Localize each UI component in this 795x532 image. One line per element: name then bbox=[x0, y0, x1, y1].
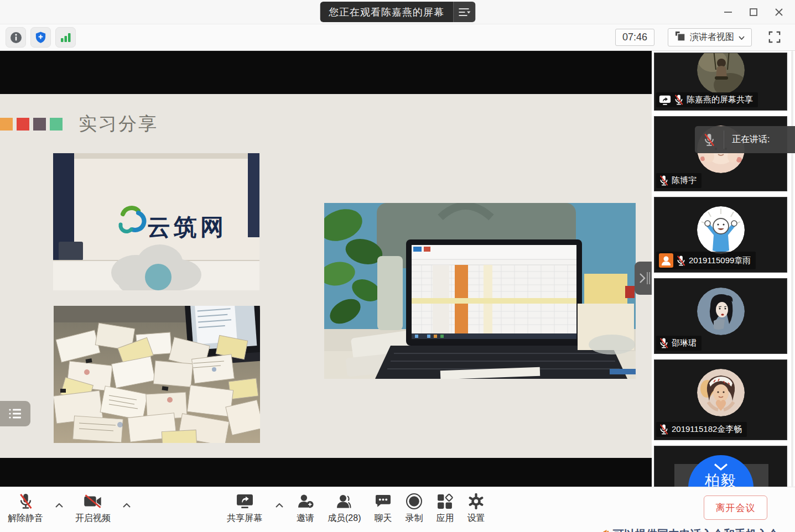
meeting-window: 您正在观看陈嘉燕的屏幕 07:46 演讲者视图 bbox=[0, 0, 795, 532]
toolbar-button-label: 成员(28) bbox=[328, 513, 361, 524]
toolbar-button-label: 解除静音 bbox=[8, 513, 43, 524]
toolbar-button-settings[interactable]: 设置 bbox=[467, 492, 485, 524]
info-icon[interactable] bbox=[6, 27, 26, 48]
record-icon bbox=[406, 492, 423, 510]
mic-off-icon bbox=[18, 492, 33, 510]
chevron-down-icon[interactable] bbox=[654, 463, 787, 471]
minimize-button[interactable] bbox=[715, 0, 741, 24]
clipped-notification: 可以提供国内电话入会和手机入会 bbox=[602, 527, 779, 532]
members-icon bbox=[336, 492, 352, 510]
watching-banner-text: 您正在观看陈嘉燕的屏幕 bbox=[320, 2, 453, 22]
participant-name: 2019115182金李畅 bbox=[672, 424, 742, 435]
speaking-label: 正在讲话: bbox=[724, 131, 770, 149]
participant-label: 陈博宇 bbox=[656, 173, 702, 188]
participant-name: 邵琳珺 bbox=[672, 338, 697, 348]
accent-square bbox=[50, 118, 63, 131]
toolbar-button-label: 设置 bbox=[467, 513, 485, 524]
participant-label: 陈嘉燕的屏幕共享 bbox=[656, 92, 758, 107]
sidebar-collapse-handle[interactable] bbox=[635, 262, 652, 295]
fullscreen-button[interactable] bbox=[765, 28, 784, 46]
slide-title: 实习分享 bbox=[79, 112, 158, 137]
participant-name: 2019115099章雨 bbox=[689, 255, 751, 266]
camera-off-icon bbox=[84, 492, 102, 510]
mic-muted-icon bbox=[659, 175, 669, 186]
participant-tile[interactable]: 2019115099章雨 bbox=[654, 197, 787, 273]
close-button[interactable] bbox=[766, 0, 792, 24]
participant-label: 邵琳珺 bbox=[656, 336, 702, 351]
toolbar-button-mic-off[interactable]: 解除静音 bbox=[8, 492, 43, 524]
clipped-notification-text: 可以提供国内电话入会和手机入会 bbox=[613, 527, 779, 532]
participant-avatar bbox=[697, 53, 745, 94]
participant-tile[interactable]: 陈嘉燕的屏幕共享 bbox=[654, 53, 787, 111]
participant-tile[interactable]: 2019115182金李畅 bbox=[654, 359, 787, 440]
participant-avatar bbox=[697, 369, 745, 416]
participant-label: 2019115099章雨 bbox=[656, 252, 756, 269]
network-signal-icon[interactable] bbox=[55, 27, 76, 48]
participant-name: 柏毅 bbox=[705, 471, 737, 487]
meeting-controls-bar: 解除静音开启视频 共享屏幕邀请成员(28)聊天录制应用设置 离开会议 可以提供国… bbox=[0, 487, 795, 532]
mic-muted-icon bbox=[659, 337, 669, 349]
slide-title-row: 实习分享 bbox=[0, 114, 158, 134]
participant-avatar bbox=[697, 206, 745, 254]
participant-tile[interactable]: 邵琳珺 bbox=[654, 278, 787, 354]
view-mode-button[interactable]: 演讲者视图 bbox=[668, 28, 752, 46]
toolbar-button-label: 应用 bbox=[436, 513, 454, 524]
layout-icon bbox=[675, 31, 685, 44]
toolbar-button-record[interactable]: 录制 bbox=[405, 492, 423, 524]
toolbar-button-apps[interactable]: 应用 bbox=[436, 492, 454, 524]
mic-muted-icon bbox=[695, 133, 724, 147]
mic-muted-icon bbox=[659, 424, 669, 435]
expand-caret-icon[interactable] bbox=[55, 500, 63, 510]
toolbar-button-label: 邀请 bbox=[297, 513, 314, 524]
audio-video-controls: 解除静音开启视频 bbox=[8, 492, 131, 524]
accent-square bbox=[0, 118, 13, 131]
participant-tile[interactable]: 柏毅 bbox=[654, 446, 787, 487]
screen-share-icon bbox=[659, 95, 671, 106]
chevron-down-icon bbox=[739, 32, 745, 42]
accent-square bbox=[17, 118, 29, 131]
mic-muted-icon bbox=[674, 94, 684, 106]
shared-screen-stage: 实习分享 云筑网 bbox=[0, 51, 652, 487]
meeting-toolbar-top: 07:46 演讲者视图 bbox=[0, 24, 795, 51]
logo-text: 云筑网 bbox=[147, 214, 227, 240]
share-screen-icon bbox=[236, 492, 253, 510]
invite-icon bbox=[297, 492, 314, 510]
toolbar-button-members[interactable]: 成员(28) bbox=[328, 492, 361, 524]
toolbar-button-label: 共享屏幕 bbox=[227, 513, 262, 524]
participant-avatar bbox=[697, 288, 745, 335]
expand-caret-icon[interactable] bbox=[123, 500, 131, 510]
photo-desk-documents bbox=[54, 306, 260, 443]
accent-squares bbox=[0, 118, 66, 131]
view-mode-label: 演讲者视图 bbox=[690, 32, 734, 43]
toolbar-button-share-screen[interactable]: 共享屏幕 bbox=[227, 492, 262, 524]
participant-name: 陈博宇 bbox=[672, 175, 697, 186]
participant-name: 陈嘉燕的屏幕共享 bbox=[687, 95, 753, 105]
toolbar-button-invite[interactable]: 邀请 bbox=[297, 492, 314, 524]
maximize-button[interactable] bbox=[741, 0, 766, 24]
banner-menu-icon[interactable] bbox=[453, 2, 475, 22]
photo-office-reception: 云筑网 bbox=[53, 153, 259, 290]
accent-square bbox=[33, 118, 46, 131]
apps-icon bbox=[437, 492, 454, 510]
host-badge-icon bbox=[659, 253, 673, 268]
chat-icon bbox=[375, 492, 391, 510]
shield-plus-icon[interactable] bbox=[30, 27, 51, 48]
expand-caret-icon[interactable] bbox=[276, 500, 283, 510]
meeting-action-controls: 共享屏幕邀请成员(28)聊天录制应用设置 bbox=[227, 492, 485, 524]
notification-icon bbox=[602, 527, 610, 532]
toolbar-button-label: 录制 bbox=[405, 513, 423, 524]
settings-icon bbox=[467, 492, 485, 510]
leave-meeting-button[interactable]: 离开会议 bbox=[704, 496, 767, 520]
watching-banner: 您正在观看陈嘉燕的屏幕 bbox=[320, 2, 475, 22]
toolbar-button-chat[interactable]: 聊天 bbox=[374, 492, 392, 524]
top-right-controls: 07:46 演讲者视图 bbox=[615, 28, 784, 46]
presentation-slide: 实习分享 云筑网 bbox=[0, 94, 652, 458]
annotation-list-tab[interactable] bbox=[0, 401, 30, 426]
status-icons bbox=[6, 27, 76, 48]
meeting-timer: 07:46 bbox=[615, 29, 654, 46]
speaking-indicator: 正在讲话: bbox=[695, 126, 795, 153]
toolbar-button-camera-off[interactable]: 开启视频 bbox=[75, 492, 111, 524]
toolbar-button-label: 聊天 bbox=[374, 513, 392, 524]
titlebar: 您正在观看陈嘉燕的屏幕 bbox=[0, 0, 795, 24]
participants-sidebar: 陈嘉燕的屏幕共享 陈博宇 2019115099章雨 邵琳珺 2019115182… bbox=[652, 51, 795, 487]
